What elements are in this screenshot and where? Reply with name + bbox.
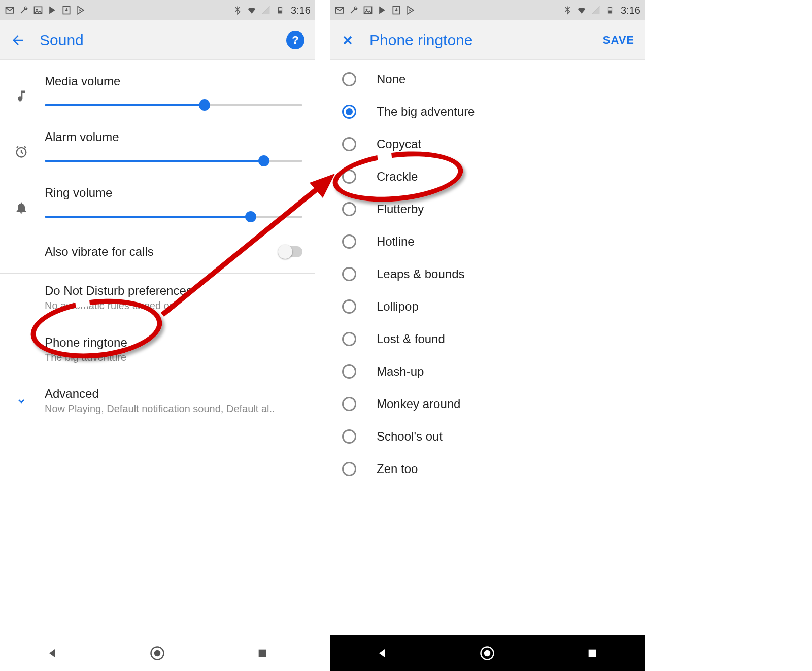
nav-back-button[interactable] (374, 645, 391, 662)
ringtone-label: Crackle (377, 170, 418, 184)
ringtone-label: Monkey around (377, 397, 460, 411)
ringtone-list[interactable]: NoneThe big adventureCopycatCrackleFlutt… (330, 60, 645, 485)
ringtone-label: Flutterby (377, 202, 424, 216)
ring-volume-slider[interactable] (45, 209, 302, 224)
battery-icon (604, 5, 616, 16)
download-icon (391, 5, 402, 16)
ringtone-option-zen-too[interactable]: Zen too (330, 453, 645, 485)
ringtone-option-the-big-adventure[interactable]: The big adventure (330, 95, 645, 128)
ringtone-option-copycat[interactable]: Copycat (330, 128, 645, 160)
ringtone-option-crackle[interactable]: Crackle (330, 160, 645, 193)
svg-point-2 (36, 9, 38, 10)
phone-ringtone-row[interactable]: Phone ringtone The big adventure (0, 322, 315, 377)
close-button[interactable] (340, 32, 355, 48)
advanced-sub: Now Playing, Default notification sound,… (45, 403, 302, 415)
image-icon (32, 5, 44, 16)
play-store-icon (47, 5, 58, 16)
nav-home-button[interactable] (149, 645, 166, 662)
save-button[interactable]: SAVE (603, 33, 634, 47)
status-time: 3:16 (619, 5, 640, 16)
app-bar: Phone ringtone SAVE (330, 20, 645, 60)
ringtone-option-mash-up[interactable]: Mash-up (330, 355, 645, 388)
back-button[interactable] (10, 32, 25, 48)
ringtone-option-hotline[interactable]: Hotline (330, 225, 645, 258)
gmail-icon (334, 5, 345, 16)
ringtone-option-school-s-out[interactable]: School's out (330, 420, 645, 453)
radio-button[interactable] (342, 202, 356, 216)
no-sim-icon (590, 5, 601, 16)
battery-icon (275, 5, 286, 16)
radio-button[interactable] (342, 170, 356, 184)
wrench-icon (18, 5, 29, 16)
svg-point-19 (484, 650, 491, 657)
wifi-icon (246, 5, 257, 16)
vibrate-label: Also vibrate for calls (45, 245, 265, 259)
svg-rect-16 (609, 7, 611, 8)
ringtone-option-lollipop[interactable]: Lollipop (330, 290, 645, 323)
radio-button[interactable] (342, 267, 356, 281)
vibrate-toggle[interactable] (279, 246, 302, 257)
advanced-row[interactable]: Advanced Now Playing, Default notificati… (0, 377, 315, 425)
radio-button[interactable] (342, 299, 356, 314)
ringtone-option-lost-found[interactable]: Lost & found (330, 323, 645, 355)
nav-back-button[interactable] (44, 645, 61, 662)
ringtone-option-monkey-around[interactable]: Monkey around (330, 388, 645, 420)
gmail-icon (4, 5, 15, 16)
ringtone-option-leaps-bounds[interactable]: Leaps & bounds (330, 258, 645, 290)
bluetooth-icon (562, 5, 573, 16)
status-left-icons (4, 5, 86, 16)
ringtone-option-flutterby[interactable]: Flutterby (330, 193, 645, 225)
radio-button[interactable] (342, 397, 356, 411)
ringtone-label: School's out (377, 429, 443, 444)
nav-home-button[interactable] (479, 645, 496, 662)
vibrate-for-calls-row[interactable]: Also vibrate for calls (0, 236, 315, 273)
status-time: 3:16 (289, 5, 311, 16)
help-button[interactable]: ? (286, 31, 304, 49)
sound-settings-screen: 3:16 Sound ? Media volume Alarm volume (0, 0, 315, 671)
ringtone-label: Copycat (377, 137, 421, 151)
radio-button[interactable] (342, 137, 356, 151)
nav-recents-button[interactable] (254, 645, 271, 662)
image-icon (362, 5, 374, 16)
advanced-title: Advanced (45, 387, 302, 401)
no-sim-icon (260, 5, 272, 16)
status-right-icons: 3:16 (562, 5, 640, 16)
nav-recents-button[interactable] (584, 645, 601, 662)
svg-rect-10 (258, 650, 266, 657)
radio-button[interactable] (342, 364, 356, 379)
wifi-icon (576, 5, 587, 16)
ringtone-label: Leaps & bounds (377, 267, 464, 281)
radio-button[interactable] (342, 234, 356, 249)
ringtone-picker-screen: 3:16 Phone ringtone SAVE NoneThe big adv… (330, 0, 645, 671)
play-icon (405, 5, 416, 16)
ringtone-option-none[interactable]: None (330, 63, 645, 95)
radio-button[interactable] (342, 105, 356, 119)
system-nav-bar (0, 635, 315, 671)
ringtone-sub: The big adventure (45, 352, 302, 363)
svg-rect-17 (608, 11, 612, 13)
media-volume-label: Media volume (45, 74, 302, 88)
status-bar: 3:16 (0, 0, 315, 20)
radio-button[interactable] (342, 332, 356, 346)
alarm-icon (12, 145, 30, 159)
svg-point-9 (154, 650, 161, 657)
svg-rect-5 (279, 7, 281, 8)
download-icon (61, 5, 72, 16)
dnd-preferences-row[interactable]: Do Not Disturb preferences No automatic … (0, 274, 315, 322)
svg-rect-20 (588, 650, 596, 657)
alarm-volume-label: Alarm volume (45, 130, 302, 144)
play-icon (75, 5, 86, 16)
app-bar: Sound ? (0, 20, 315, 60)
radio-button[interactable] (342, 462, 356, 476)
alarm-volume-slider[interactable] (45, 153, 302, 169)
ringtone-title: Phone ringtone (45, 336, 302, 350)
svg-rect-6 (279, 11, 282, 13)
ring-volume-row: Ring volume (0, 180, 315, 236)
media-volume-row: Media volume (0, 60, 315, 124)
radio-button[interactable] (342, 72, 356, 86)
radio-button[interactable] (342, 429, 356, 444)
alarm-volume-row: Alarm volume (0, 124, 315, 180)
ringtone-label: None (377, 72, 405, 86)
media-volume-slider[interactable] (45, 97, 302, 113)
status-bar: 3:16 (330, 0, 645, 20)
